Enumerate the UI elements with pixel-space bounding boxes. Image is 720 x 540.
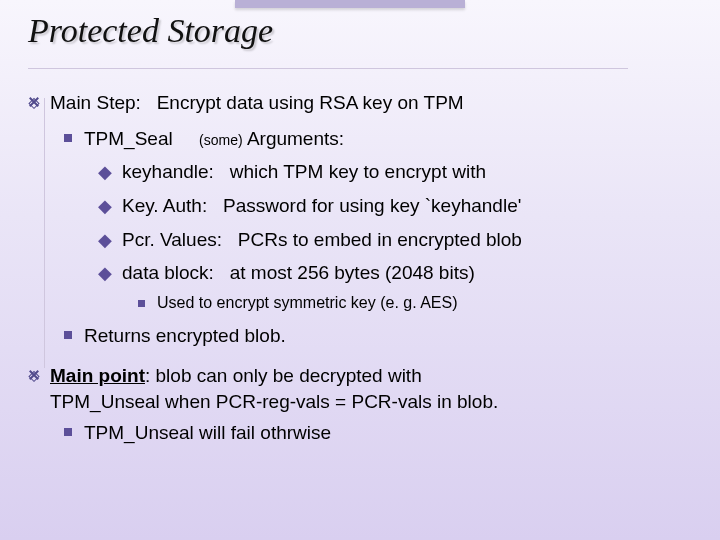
top-accent-bar <box>235 0 465 8</box>
main-point-label: Main point <box>50 365 145 386</box>
note-text: Used to encrypt symmetric key (e. g. AES… <box>157 292 458 314</box>
arg-text: Pcr. Values: PCRs to embed in encrypted … <box>122 227 522 253</box>
arg-key: Key. Auth: <box>122 195 207 216</box>
arrow-bullet-icon: ◆ <box>98 195 112 218</box>
arg-val: PCRs to embed in encrypted blob <box>238 229 522 250</box>
returns-text: Returns encrypted blob. <box>84 323 286 349</box>
square-bullet-icon <box>64 331 72 339</box>
diamond-bullet-icon <box>26 94 43 111</box>
some-label: (some) <box>199 132 243 148</box>
main-point-sub-text: TPM_Unseal will fail othrwise <box>84 420 331 446</box>
tpm-seal-name: TPM_Seal <box>84 128 173 149</box>
main-point-t2: TPM_Unseal when PCR-reg-vals = PCR-vals … <box>50 391 498 412</box>
tpm-seal-text: TPM_Seal (some) Arguments: <box>84 126 344 152</box>
arg-val: at most 256 bytes (2048 bits) <box>230 262 475 283</box>
arg-keyauth: ◆ Key. Auth: Password for using key `key… <box>28 193 700 219</box>
arg-key: data block: <box>122 262 214 283</box>
square-bullet-icon <box>64 428 72 436</box>
main-step-row: Main Step: Encrypt data using RSA key on… <box>28 90 700 116</box>
arg-text: data block: at most 256 bytes (2048 bits… <box>122 260 475 286</box>
arrow-bullet-icon: ◆ <box>98 229 112 252</box>
main-step-text: Main Step: Encrypt data using RSA key on… <box>50 90 464 116</box>
body: Main Step: Encrypt data using RSA key on… <box>28 90 700 452</box>
arg-val: Password for using key `keyhandle' <box>223 195 521 216</box>
returns-row: Returns encrypted blob. <box>28 323 700 349</box>
main-point-t1: : blob can only be decrypted with <box>145 365 422 386</box>
main-point-sub: TPM_Unseal will fail othrwise <box>28 420 700 446</box>
tpm-seal-row: TPM_Seal (some) Arguments: <box>28 126 700 152</box>
arg-text: keyhandle: which TPM key to encrypt with <box>122 159 486 185</box>
diamond-bullet-icon <box>26 367 43 384</box>
slide: Protected Storage Main Step: Encrypt dat… <box>0 0 720 540</box>
arg-datablock: ◆ data block: at most 256 bytes (2048 bi… <box>28 260 700 286</box>
main-point-text: Main point: blob can only be decrypted w… <box>50 363 498 414</box>
arrow-bullet-icon: ◆ <box>98 262 112 285</box>
arg-key: Pcr. Values: <box>122 229 222 250</box>
square-bullet-icon <box>138 300 145 307</box>
arrow-bullet-icon: ◆ <box>98 161 112 184</box>
arg-val: which TPM key to encrypt with <box>230 161 486 182</box>
data-block-note: Used to encrypt symmetric key (e. g. AES… <box>28 292 700 314</box>
main-step-label: Main Step: <box>50 92 141 113</box>
square-bullet-icon <box>64 134 72 142</box>
main-point-row: Main point: blob can only be decrypted w… <box>28 363 700 414</box>
arg-key: keyhandle: <box>122 161 214 182</box>
slide-title: Protected Storage <box>28 12 273 50</box>
arg-keyhandle: ◆ keyhandle: which TPM key to encrypt wi… <box>28 159 700 185</box>
arg-pcrvalues: ◆ Pcr. Values: PCRs to embed in encrypte… <box>28 227 700 253</box>
arg-text: Key. Auth: Password for using key `keyha… <box>122 193 521 219</box>
arguments-label: Arguments: <box>247 128 344 149</box>
title-underline <box>28 68 628 69</box>
main-step-desc: Encrypt data using RSA key on TPM <box>157 92 464 113</box>
